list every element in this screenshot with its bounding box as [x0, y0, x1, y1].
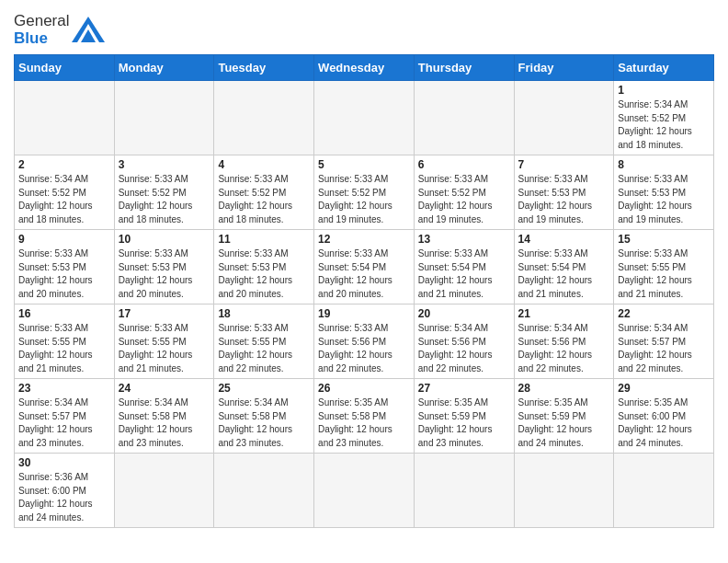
calendar-page: General Blue SundayMondayTuesdayWednesda… [0, 0, 728, 542]
day-number: 22 [618, 307, 710, 320]
calendar-table: SundayMondayTuesdayWednesdayThursdayFrid… [14, 54, 714, 528]
day-cell: 20Sunrise: 5:34 AM Sunset: 5:56 PM Dayli… [414, 304, 514, 379]
weekday-friday: Friday [514, 55, 614, 81]
day-info: Sunrise: 5:34 AM Sunset: 5:52 PM Dayligh… [618, 98, 710, 152]
day-number: 9 [18, 233, 110, 246]
day-info: Sunrise: 5:33 AM Sunset: 5:55 PM Dayligh… [218, 322, 310, 375]
day-number: 4 [218, 158, 310, 171]
day-number: 30 [18, 456, 110, 469]
day-info: Sunrise: 5:33 AM Sunset: 5:55 PM Dayligh… [119, 322, 210, 375]
day-cell [514, 454, 614, 528]
day-cell: 8Sunrise: 5:33 AM Sunset: 5:53 PM Daylig… [614, 155, 714, 230]
day-number: 3 [119, 158, 210, 171]
weekday-sunday: Sunday [15, 55, 115, 81]
day-info: Sunrise: 5:33 AM Sunset: 5:55 PM Dayligh… [18, 322, 110, 375]
day-info: Sunrise: 5:33 AM Sunset: 5:56 PM Dayligh… [318, 322, 410, 375]
day-cell: 6Sunrise: 5:33 AM Sunset: 5:52 PM Daylig… [414, 155, 514, 230]
day-cell: 9Sunrise: 5:33 AM Sunset: 5:53 PM Daylig… [15, 230, 115, 304]
day-cell: 12Sunrise: 5:33 AM Sunset: 5:54 PM Dayli… [314, 230, 415, 304]
day-cell: 23Sunrise: 5:34 AM Sunset: 5:57 PM Dayli… [15, 379, 115, 454]
day-info: Sunrise: 5:33 AM Sunset: 5:52 PM Dayligh… [318, 173, 410, 226]
logo: General Blue [14, 13, 105, 47]
day-cell [514, 81, 614, 155]
day-info: Sunrise: 5:35 AM Sunset: 5:58 PM Dayligh… [318, 396, 410, 450]
day-number: 28 [518, 382, 610, 395]
day-number: 1 [618, 84, 710, 97]
day-cell [414, 454, 514, 528]
week-row-3: 9Sunrise: 5:33 AM Sunset: 5:53 PM Daylig… [15, 230, 714, 304]
logo-icon [72, 17, 105, 42]
day-info: Sunrise: 5:33 AM Sunset: 5:54 PM Dayligh… [418, 247, 510, 301]
day-cell [314, 454, 415, 528]
day-cell: 13Sunrise: 5:33 AM Sunset: 5:54 PM Dayli… [414, 230, 514, 304]
day-cell: 19Sunrise: 5:33 AM Sunset: 5:56 PM Dayli… [314, 304, 415, 379]
day-number: 26 [318, 382, 410, 395]
day-cell: 26Sunrise: 5:35 AM Sunset: 5:58 PM Dayli… [314, 379, 415, 454]
day-number: 6 [418, 158, 510, 171]
day-cell [114, 81, 214, 155]
day-cell: 10Sunrise: 5:33 AM Sunset: 5:53 PM Dayli… [114, 230, 214, 304]
day-cell [214, 81, 314, 155]
day-number: 2 [18, 158, 110, 171]
day-cell: 21Sunrise: 5:34 AM Sunset: 5:56 PM Dayli… [514, 304, 614, 379]
day-info: Sunrise: 5:34 AM Sunset: 5:58 PM Dayligh… [218, 396, 310, 450]
day-cell: 24Sunrise: 5:34 AM Sunset: 5:58 PM Dayli… [114, 379, 214, 454]
day-number: 23 [18, 382, 110, 395]
day-cell [114, 454, 214, 528]
weekday-tuesday: Tuesday [214, 55, 314, 81]
day-info: Sunrise: 5:33 AM Sunset: 5:52 PM Dayligh… [418, 173, 510, 226]
day-cell: 22Sunrise: 5:34 AM Sunset: 5:57 PM Dayli… [614, 304, 714, 379]
day-info: Sunrise: 5:33 AM Sunset: 5:52 PM Dayligh… [218, 173, 310, 226]
day-info: Sunrise: 5:34 AM Sunset: 5:56 PM Dayligh… [418, 322, 510, 375]
day-number: 19 [318, 307, 410, 320]
day-cell: 4Sunrise: 5:33 AM Sunset: 5:52 PM Daylig… [214, 155, 314, 230]
day-number: 25 [218, 382, 310, 395]
day-info: Sunrise: 5:34 AM Sunset: 5:58 PM Dayligh… [119, 396, 210, 450]
week-row-5: 23Sunrise: 5:34 AM Sunset: 5:57 PM Dayli… [15, 379, 714, 454]
day-cell [414, 81, 514, 155]
day-cell: 7Sunrise: 5:33 AM Sunset: 5:53 PM Daylig… [514, 155, 614, 230]
day-number: 10 [119, 233, 210, 246]
day-info: Sunrise: 5:34 AM Sunset: 5:56 PM Dayligh… [518, 322, 610, 375]
day-number: 5 [318, 158, 410, 171]
day-info: Sunrise: 5:33 AM Sunset: 5:53 PM Dayligh… [18, 247, 110, 301]
day-number: 20 [418, 307, 510, 320]
weekday-wednesday: Wednesday [314, 55, 415, 81]
day-cell [614, 454, 714, 528]
day-cell: 15Sunrise: 5:33 AM Sunset: 5:55 PM Dayli… [614, 230, 714, 304]
day-info: Sunrise: 5:35 AM Sunset: 6:00 PM Dayligh… [618, 396, 710, 450]
weekday-thursday: Thursday [414, 55, 514, 81]
day-number: 13 [418, 233, 510, 246]
day-info: Sunrise: 5:35 AM Sunset: 5:59 PM Dayligh… [518, 396, 610, 450]
day-cell [214, 454, 314, 528]
day-info: Sunrise: 5:33 AM Sunset: 5:52 PM Dayligh… [119, 173, 210, 226]
day-cell: 16Sunrise: 5:33 AM Sunset: 5:55 PM Dayli… [15, 304, 115, 379]
day-number: 12 [318, 233, 410, 246]
day-number: 15 [618, 233, 710, 246]
day-info: Sunrise: 5:33 AM Sunset: 5:53 PM Dayligh… [119, 247, 210, 301]
day-number: 14 [518, 233, 610, 246]
day-cell: 5Sunrise: 5:33 AM Sunset: 5:52 PM Daylig… [314, 155, 415, 230]
weekday-saturday: Saturday [614, 55, 714, 81]
day-number: 21 [518, 307, 610, 320]
day-cell: 18Sunrise: 5:33 AM Sunset: 5:55 PM Dayli… [214, 304, 314, 379]
day-cell: 2Sunrise: 5:34 AM Sunset: 5:52 PM Daylig… [15, 155, 115, 230]
day-cell: 30Sunrise: 5:36 AM Sunset: 6:00 PM Dayli… [15, 454, 115, 528]
day-number: 18 [218, 307, 310, 320]
day-cell: 28Sunrise: 5:35 AM Sunset: 5:59 PM Dayli… [514, 379, 614, 454]
day-cell [15, 81, 115, 155]
day-cell: 3Sunrise: 5:33 AM Sunset: 5:52 PM Daylig… [114, 155, 214, 230]
weekday-header-row: SundayMondayTuesdayWednesdayThursdayFrid… [15, 55, 714, 81]
day-cell: 25Sunrise: 5:34 AM Sunset: 5:58 PM Dayli… [214, 379, 314, 454]
day-number: 7 [518, 158, 610, 171]
weekday-monday: Monday [114, 55, 214, 81]
day-info: Sunrise: 5:33 AM Sunset: 5:53 PM Dayligh… [618, 173, 710, 226]
logo-general: General [14, 12, 69, 29]
day-info: Sunrise: 5:33 AM Sunset: 5:54 PM Dayligh… [318, 247, 410, 301]
week-row-4: 16Sunrise: 5:33 AM Sunset: 5:55 PM Dayli… [15, 304, 714, 379]
week-row-2: 2Sunrise: 5:34 AM Sunset: 5:52 PM Daylig… [15, 155, 714, 230]
day-number: 11 [218, 233, 310, 246]
day-info: Sunrise: 5:34 AM Sunset: 5:57 PM Dayligh… [18, 396, 110, 450]
day-cell [314, 81, 415, 155]
day-cell: 29Sunrise: 5:35 AM Sunset: 6:00 PM Dayli… [614, 379, 714, 454]
